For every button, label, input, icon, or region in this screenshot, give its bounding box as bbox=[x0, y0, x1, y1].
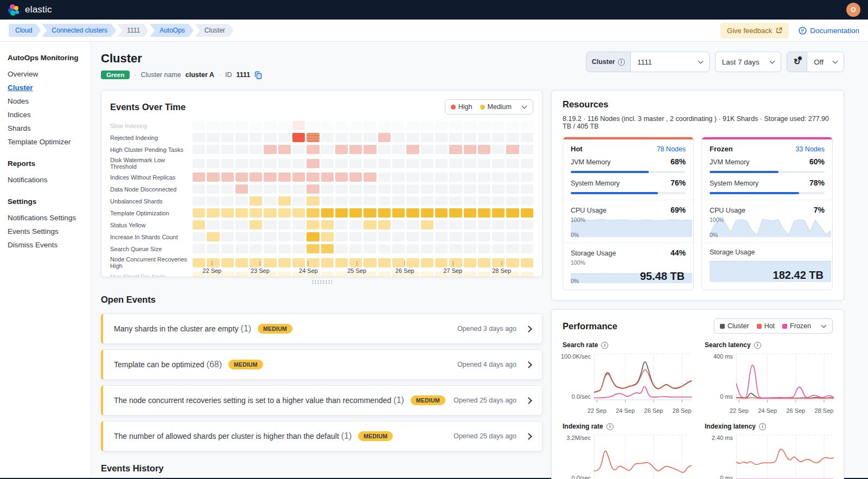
heatmap-cell[interactable] bbox=[421, 232, 433, 241]
heatmap-cell[interactable] bbox=[349, 272, 362, 277]
heatmap-cell[interactable] bbox=[435, 145, 448, 154]
heatmap-cell[interactable] bbox=[478, 220, 490, 229]
heatmap-cell[interactable] bbox=[406, 173, 419, 182]
heatmap-cell[interactable] bbox=[492, 258, 505, 267]
heatmap-cell[interactable] bbox=[235, 159, 248, 168]
sidebar-item-shards[interactable]: Shards bbox=[8, 122, 83, 135]
heatmap-cell[interactable] bbox=[307, 145, 319, 154]
heatmap-cell[interactable] bbox=[492, 145, 505, 154]
heatmap-cell[interactable] bbox=[378, 232, 391, 241]
heatmap-cell[interactable] bbox=[307, 196, 319, 206]
heatmap-cell[interactable] bbox=[435, 232, 448, 241]
heatmap-cell[interactable] bbox=[193, 232, 205, 241]
heatmap-cell[interactable] bbox=[264, 232, 276, 241]
heatmap-cell[interactable] bbox=[435, 258, 448, 267]
heatmap-cell[interactable] bbox=[506, 159, 519, 168]
heatmap-cell[interactable] bbox=[250, 145, 262, 154]
heatmap-cell[interactable] bbox=[307, 220, 319, 229]
heatmap-cell[interactable] bbox=[421, 184, 433, 194]
heatmap-cell[interactable] bbox=[492, 244, 505, 253]
heatmap-cell[interactable] bbox=[363, 121, 376, 130]
heatmap-cell[interactable] bbox=[292, 208, 305, 218]
heatmap-cell[interactable] bbox=[349, 258, 362, 267]
heatmap-cell[interactable] bbox=[250, 232, 262, 241]
heatmap-cell[interactable] bbox=[307, 133, 319, 142]
heatmap-cell[interactable] bbox=[264, 196, 276, 206]
heatmap-cell[interactable] bbox=[363, 196, 376, 206]
heatmap-cell[interactable] bbox=[221, 133, 234, 142]
open-event-row[interactable]: The node concurrent recoveries setting i… bbox=[101, 385, 542, 416]
heatmap-cell[interactable] bbox=[335, 184, 348, 194]
heatmap-cell[interactable] bbox=[478, 272, 490, 277]
heatmap-cell[interactable] bbox=[478, 173, 490, 182]
heatmap-cell[interactable] bbox=[506, 184, 519, 194]
heatmap-cell[interactable] bbox=[363, 232, 376, 241]
heatmap-cell[interactable] bbox=[435, 159, 448, 168]
heatmap-cell[interactable] bbox=[378, 159, 391, 168]
heatmap-cell[interactable] bbox=[349, 220, 362, 229]
heatmap-cell[interactable] bbox=[392, 208, 405, 218]
heatmap-cell[interactable] bbox=[392, 133, 405, 142]
heatmap-cell[interactable] bbox=[521, 121, 533, 130]
sidebar-item-indices[interactable]: Indices bbox=[8, 108, 83, 122]
heatmap-cell[interactable] bbox=[335, 272, 348, 277]
heatmap-cell[interactable] bbox=[521, 258, 533, 267]
heatmap-cell[interactable] bbox=[492, 196, 505, 206]
sidebar-item-dismiss-events[interactable]: Dismiss Events bbox=[8, 238, 83, 252]
heatmap-cell[interactable] bbox=[406, 133, 419, 142]
heatmap-cell[interactable] bbox=[363, 145, 376, 154]
heatmap-cell[interactable] bbox=[521, 220, 533, 229]
heatmap-cell[interactable] bbox=[392, 244, 405, 253]
heatmap-cell[interactable] bbox=[406, 121, 419, 130]
heatmap-cell[interactable] bbox=[378, 272, 391, 277]
heatmap-cell[interactable] bbox=[321, 159, 334, 168]
heatmap-cell[interactable] bbox=[378, 208, 391, 218]
heatmap-cell[interactable] bbox=[421, 196, 433, 206]
sidebar-item-events-settings[interactable]: Events Settings bbox=[8, 225, 83, 238]
heatmap-cell[interactable] bbox=[506, 121, 519, 130]
heatmap-cell[interactable] bbox=[349, 244, 362, 253]
open-event-row[interactable]: Template can be optimized(68)MEDIUMOpene… bbox=[101, 349, 542, 380]
heatmap-cell[interactable] bbox=[349, 208, 362, 218]
breadcrumb-item-cloud[interactable]: Cloud bbox=[9, 24, 41, 37]
heatmap-cell[interactable] bbox=[307, 258, 319, 267]
heatmap-cell[interactable] bbox=[278, 133, 291, 142]
heatmap-cell[interactable] bbox=[235, 173, 248, 182]
heatmap-cell[interactable] bbox=[193, 244, 205, 253]
heatmap-cell[interactable] bbox=[478, 184, 490, 194]
breadcrumb-item-1111[interactable]: 1111 bbox=[117, 24, 149, 37]
heatmap-cell[interactable] bbox=[506, 232, 519, 241]
heatmap-cell[interactable] bbox=[235, 208, 248, 218]
heatmap-cell[interactable] bbox=[521, 196, 533, 206]
heatmap-cell[interactable] bbox=[406, 196, 419, 206]
heatmap-cell[interactable] bbox=[321, 145, 334, 154]
heatmap-cell[interactable] bbox=[221, 258, 234, 267]
heatmap-cell[interactable] bbox=[363, 258, 376, 267]
heatmap-cell[interactable] bbox=[292, 145, 305, 154]
heatmap-cell[interactable] bbox=[392, 232, 405, 241]
tier-nodes-link[interactable]: 78 Nodes bbox=[656, 145, 686, 153]
heatmap-cell[interactable] bbox=[264, 244, 276, 253]
heatmap-cell[interactable] bbox=[464, 133, 476, 142]
heatmap-cell[interactable] bbox=[492, 208, 505, 218]
heatmap-cell[interactable] bbox=[363, 208, 376, 218]
heatmap-cell[interactable] bbox=[235, 184, 248, 194]
heatmap-cell[interactable] bbox=[264, 184, 276, 194]
heatmap-cell[interactable] bbox=[392, 196, 405, 206]
heatmap-cell[interactable] bbox=[506, 173, 519, 182]
heatmap-cell[interactable] bbox=[392, 173, 405, 182]
heatmap-cell[interactable] bbox=[335, 173, 348, 182]
heatmap-cell[interactable] bbox=[378, 145, 391, 154]
heatmap-cell[interactable] bbox=[464, 184, 476, 194]
heatmap-cell[interactable] bbox=[521, 184, 533, 194]
heatmap-cell[interactable] bbox=[321, 196, 334, 206]
heatmap-cell[interactable] bbox=[250, 258, 262, 267]
heatmap-cell[interactable] bbox=[421, 121, 433, 130]
heatmap-cell[interactable] bbox=[193, 272, 205, 277]
heatmap-cell[interactable] bbox=[521, 145, 533, 154]
documentation-link[interactable]: Documentation bbox=[799, 27, 859, 35]
heatmap-cell[interactable] bbox=[435, 208, 448, 218]
heatmap-cell[interactable] bbox=[207, 196, 219, 206]
heatmap-cell[interactable] bbox=[464, 159, 476, 168]
heatmap-cell[interactable] bbox=[250, 272, 262, 277]
